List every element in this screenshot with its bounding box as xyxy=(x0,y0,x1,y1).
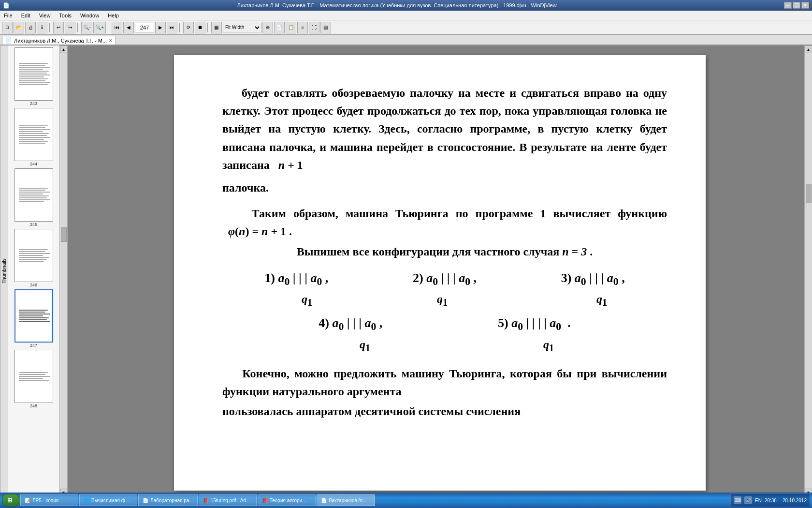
thumb-img-247 xyxy=(14,289,53,343)
tray-icon-2: 🔊 xyxy=(744,496,752,504)
prev-page-button[interactable]: ◀ xyxy=(123,22,134,33)
menu-edit[interactable]: Edit xyxy=(19,12,32,19)
layout-button[interactable]: ▦ xyxy=(211,22,222,33)
doc-page: будет оставлять обозреваемую палочку на … xyxy=(174,55,706,491)
tab-icon: 📄 xyxy=(5,37,12,44)
zoom-plus-button[interactable]: ⊕ xyxy=(262,22,273,33)
doc-scroll-thumb[interactable] xyxy=(806,184,812,203)
tab-close-button[interactable]: ✕ xyxy=(109,38,113,43)
menu-window[interactable]: Window xyxy=(78,12,101,19)
new-button[interactable]: 🗋 xyxy=(2,22,13,33)
start-button[interactable]: ⊞ xyxy=(2,494,19,507)
continuous-button[interactable]: ≡ xyxy=(297,22,308,33)
taskbar-icon-1: 🌐 xyxy=(84,498,89,503)
zoom-dropdown[interactable]: Fit Width Fit Page 100% 150% xyxy=(223,23,261,32)
title-bar-title: Лихтарников Л.М. Сукачева Т.Г. - Математ… xyxy=(10,2,784,8)
config-5: 5) a0 | | | | a0 . xyxy=(498,314,571,335)
scroll-track[interactable] xyxy=(60,53,67,489)
config-row-1: 1) a0 | | | a0 , 2) a0 | | | a0 , 3) a0 … xyxy=(222,269,667,290)
doc-scroll-track[interactable] xyxy=(805,53,812,489)
taskbar-item-4[interactable]: 📕 Теория алгори... xyxy=(258,494,316,506)
tray-lang: EN xyxy=(755,498,762,503)
thumb-num-245: 245 xyxy=(30,222,37,227)
q1-4: q1 xyxy=(335,336,370,355)
thumbnails-panel: Thumbnails xyxy=(0,45,68,496)
taskbar-icon-0: 📝 xyxy=(25,498,30,503)
last-page-button[interactable]: ⏭ xyxy=(167,22,177,33)
thumb-num-247: 247 xyxy=(30,343,37,348)
forward-button[interactable]: ↪ xyxy=(65,22,75,33)
taskbar-item-5[interactable]: 📄 Лихтарников /л... xyxy=(317,494,375,506)
menu-bar: File Edit View Tools Window Help xyxy=(0,11,812,20)
taskbar-item-1[interactable]: 🌐 Вычислимая ф... xyxy=(79,494,137,506)
subscript-row-2: q1 q1 xyxy=(222,336,667,355)
close-button[interactable]: ✕ xyxy=(801,2,809,9)
taskbar-icon-3: 📕 xyxy=(203,498,209,503)
open-button[interactable]: 📂 xyxy=(14,22,24,33)
thumb-num-246: 246 xyxy=(30,283,37,287)
thumb-item-245[interactable]: 245 xyxy=(14,168,53,227)
separator-2 xyxy=(77,23,79,32)
thumb-item-246[interactable]: 246 xyxy=(14,229,53,287)
thumbnails-list[interactable]: 243 xyxy=(8,45,59,496)
text-para-1b: палочка. xyxy=(222,179,667,197)
toolbar: 🗋 📂 🖨 ℹ ↩ ↪ 🔍- 🔍+ ⏮ ◀ ▶ ⏭ ⟳ ⏹ ▦ Fit Widt… xyxy=(0,20,812,35)
menu-help[interactable]: Help xyxy=(106,12,121,19)
thumb-item-243[interactable]: 243 xyxy=(14,47,53,106)
zoom-in-button[interactable]: 🔍+ xyxy=(93,22,106,33)
double-page-button[interactable]: 📋 xyxy=(286,22,296,33)
taskbar-icon-2: 📄 xyxy=(143,498,148,503)
print-button[interactable]: 🖨 xyxy=(25,22,36,33)
thumb-img-244 xyxy=(14,108,53,161)
page-number-input[interactable] xyxy=(135,23,154,32)
thumbnails-inner: Thumbnails xyxy=(0,45,67,496)
zoom-out-button[interactable]: 🔍- xyxy=(81,22,92,33)
q1-1: q1 xyxy=(282,290,312,310)
config-4: 4) a0 | | | a0 , xyxy=(319,314,382,335)
taskbar-label-2: Лабораторная ра... xyxy=(150,498,193,503)
thumb-scrollbar[interactable]: ▲ ▼ xyxy=(59,45,67,496)
taskbar-item-2[interactable]: 📄 Лабораторная ра... xyxy=(138,494,198,506)
config-2: 2) a0 | | | a0 , xyxy=(413,269,477,290)
thumb-item-247[interactable]: 247 xyxy=(14,289,53,348)
scroll-up-btn[interactable]: ▲ xyxy=(60,45,68,53)
tab-document[interactable]: 📄 Лихтарников Л.М., Сукачева Т.Г. - М...… xyxy=(2,36,116,45)
back-button[interactable]: ↩ xyxy=(53,22,64,33)
subscript-row-1: q1 q1 q1 xyxy=(222,290,667,310)
refresh-button[interactable]: ⟳ xyxy=(183,22,194,33)
taskbar-icon-5: 📄 xyxy=(321,498,327,503)
thumb-num-248: 248 xyxy=(30,403,37,408)
config-1: 1) a0 | | | a0 , xyxy=(264,269,328,290)
taskbar-item-0[interactable]: 📝 ЛР5 - копия xyxy=(20,494,78,506)
menu-view[interactable]: View xyxy=(37,12,53,19)
title-bar-controls: ─ ❐ ✕ xyxy=(784,2,809,9)
config-3: 3) a0 | | | a0 , xyxy=(561,269,625,290)
q1-2: q1 xyxy=(432,290,448,310)
info-button[interactable]: ℹ xyxy=(37,22,47,33)
doc-scrollbar[interactable]: ▲ ▼ xyxy=(804,45,812,496)
columns-button[interactable]: ▤ xyxy=(320,22,331,33)
stop-button[interactable]: ⏹ xyxy=(195,22,205,33)
title-bar-icon: 📄 xyxy=(3,2,10,9)
thumb-item-244[interactable]: 244 xyxy=(14,108,53,166)
doc-area[interactable]: будет оставлять обозреваемую палочку на … xyxy=(68,45,812,496)
single-page-button[interactable]: 📄 xyxy=(274,22,285,33)
taskbar-label-0: ЛР5 - копия xyxy=(32,498,58,503)
text-para-4: Конечно, можно предложить машину Тьюринг… xyxy=(222,365,667,401)
taskbar-label-4: Теория алгори... xyxy=(270,498,306,503)
text-para-3: Выпишем все конфигурации для частного сл… xyxy=(222,243,667,261)
thumb-img-243 xyxy=(14,47,53,101)
minimize-button[interactable]: ─ xyxy=(784,2,792,9)
taskbar-item-3[interactable]: 📕 15turing.pdf - Ad... xyxy=(199,494,257,506)
next-page-button[interactable]: ▶ xyxy=(155,22,166,33)
first-page-button[interactable]: ⏮ xyxy=(112,22,122,33)
menu-tools[interactable]: Tools xyxy=(57,12,73,19)
restore-button[interactable]: ❐ xyxy=(793,2,800,9)
fullscreen-button[interactable]: ⛶ xyxy=(309,22,319,33)
title-bar: 📄 Лихтарников Л.М. Сукачева Т.Г. - Матем… xyxy=(0,0,812,11)
thumb-item-248[interactable]: 248 xyxy=(14,350,53,408)
separator-1 xyxy=(49,23,51,32)
doc-scroll-up[interactable]: ▲ xyxy=(805,45,812,53)
scroll-thumb[interactable] xyxy=(61,227,67,242)
menu-file[interactable]: File xyxy=(2,12,14,19)
